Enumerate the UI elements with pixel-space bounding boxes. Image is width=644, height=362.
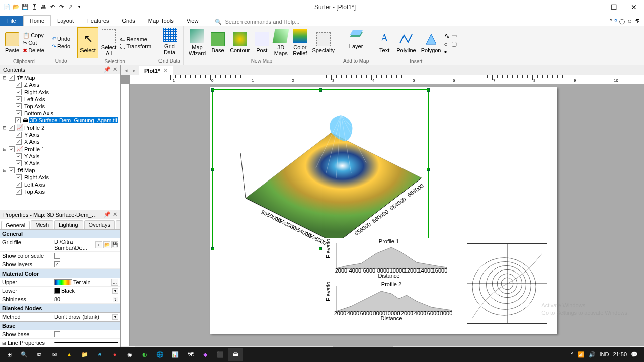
tray-network-icon[interactable]: 📶 <box>578 351 585 358</box>
tab-maptools[interactable]: Map Tools <box>142 15 180 26</box>
grid-data-button[interactable]: Grid Data <box>158 27 180 56</box>
taskbar[interactable]: ⊞ 🔍 ⧉ ✉ ▲ 📁 e ● ◉ ◐ 🌐 📊 🗺 ◆ ⬛ 🏔 ^ 📶 🔊 IN… <box>0 347 644 362</box>
props-tab-general[interactable]: General <box>1 221 30 229</box>
tab-grids[interactable]: Grids <box>116 15 142 26</box>
ribbon-min-icon[interactable]: ^ <box>610 18 612 26</box>
qat-undo-icon[interactable]: ↶ <box>48 3 56 11</box>
tree-label[interactable]: Top Axis <box>23 189 46 195</box>
tree-item[interactable]: ⊟🗺Map <box>0 167 120 174</box>
show-layers-checkbox[interactable] <box>54 261 60 267</box>
terrain-3d-surface[interactable]: 9950000 9952000 9954000 9956000 656000 6… <box>225 108 432 248</box>
tree-item[interactable]: Top Axis <box>0 103 120 110</box>
grid-file-save-icon[interactable]: 💾 <box>111 241 118 248</box>
qat-more-icon[interactable]: ▾ <box>75 3 84 11</box>
restore-icon[interactable]: 🗗 <box>634 18 640 26</box>
tree-item[interactable]: 🏔3D Surface-Dem_Gunung_Agam.tif <box>0 117 120 124</box>
tree-label[interactable]: X Axis <box>23 160 41 166</box>
tree-checkbox[interactable] <box>15 117 21 123</box>
contour-map[interactable] <box>467 243 547 324</box>
tree-label[interactable]: Map <box>23 75 36 81</box>
tray-sound-icon[interactable]: 🔊 <box>589 351 596 358</box>
tree-item[interactable]: ⊟🗺Map <box>0 74 120 81</box>
tab-home[interactable]: Home <box>23 15 51 26</box>
start-button[interactable]: ⊞ <box>2 348 16 361</box>
transform-button[interactable]: ⛶Transform <box>119 43 152 50</box>
tree-label[interactable]: 3D Surface-Dem_Gunung_Agam.tif <box>29 117 118 123</box>
tree-checkbox[interactable] <box>9 75 15 81</box>
maximize-button[interactable]: ☐ <box>604 0 624 14</box>
profile-1[interactable]: Profile 1 Elevation Distance 20004000600… <box>326 238 452 279</box>
upper-more-icon[interactable]: … <box>111 279 118 286</box>
explorer-icon[interactable]: 📁 <box>77 348 92 361</box>
map-wizard-button[interactable]: Map Wizard <box>187 27 208 58</box>
props-tab-lighting[interactable]: Lighting <box>54 220 83 229</box>
tree-checkbox[interactable] <box>16 182 22 188</box>
tree-item[interactable]: Z Axis <box>0 81 120 88</box>
file-tab[interactable]: File <box>0 16 23 26</box>
close-doc-icon[interactable]: ✕ <box>163 67 168 74</box>
tree-checkbox[interactable] <box>9 125 15 131</box>
taskview-icon[interactable]: ⧉ <box>32 348 46 361</box>
paste-button[interactable]: Paste <box>3 27 21 58</box>
grid-file-info-icon[interactable]: i <box>95 241 102 248</box>
tab-layout[interactable]: Layout <box>51 15 80 26</box>
shininess-spinner[interactable]: ⇕ <box>113 297 118 302</box>
tree-item[interactable]: Left Axis <box>0 181 120 188</box>
mail-icon[interactable]: ✉ <box>47 348 61 361</box>
qat-open-icon[interactable]: 📂 <box>12 3 20 11</box>
canvas[interactable]: 9950000 9952000 9954000 9956000 656000 6… <box>130 84 644 346</box>
surfer-taskbar-icon[interactable]: 🏔 <box>228 348 243 361</box>
more-shapes-icon[interactable]: ⋯ <box>451 48 457 54</box>
search-taskbar-icon[interactable]: 🔍 <box>17 348 31 361</box>
point-icon[interactable]: ● <box>444 49 450 54</box>
tree-label[interactable]: X Axis <box>23 139 41 145</box>
tree-label[interactable]: Map <box>23 167 36 173</box>
close-button[interactable]: ✕ <box>624 0 644 14</box>
lower-swatch[interactable] <box>54 288 60 294</box>
help-icon[interactable]: ? <box>614 18 617 26</box>
tree-label[interactable]: Z Axis <box>23 82 40 88</box>
doc-tab-next[interactable]: ▸ <box>131 67 138 74</box>
tree-item[interactable]: Right Axis <box>0 174 120 181</box>
tree-label[interactable]: Right Axis <box>23 89 50 95</box>
grid-file-value[interactable]: D:\Citra Sumbar\De... <box>54 239 94 251</box>
tree-label[interactable]: Profile 2 <box>23 125 45 131</box>
profile-2[interactable]: Profile 2 Elevation Distance 20004000600… <box>326 281 457 321</box>
close-panel-icon[interactable]: ✕ <box>113 66 117 73</box>
qat-arrow-icon[interactable]: ↗ <box>66 3 74 11</box>
doc-tab-prev[interactable]: ◂ <box>123 67 130 74</box>
ellipse-icon[interactable]: ○ <box>444 41 450 48</box>
qat-print-icon[interactable]: 🖶 <box>39 3 47 11</box>
tab-features[interactable]: Features <box>80 15 115 26</box>
method-dropdown[interactable]: ▾ <box>112 314 118 320</box>
tray-up-icon[interactable]: ^ <box>571 351 573 357</box>
app8-icon[interactable]: ⬛ <box>213 348 227 361</box>
tree-checkbox[interactable] <box>16 89 22 95</box>
tree-item[interactable]: Bottom Axis <box>0 110 120 117</box>
tree-label[interactable]: Left Axis <box>23 96 46 102</box>
tray-lang[interactable]: IND <box>600 351 609 357</box>
upper-swatch[interactable] <box>54 279 72 285</box>
doc-tab[interactable]: Plot1* ✕ <box>139 66 173 75</box>
redo-button[interactable]: ↷Redo <box>51 43 71 50</box>
tree-item[interactable]: X Axis <box>0 160 120 167</box>
tree-checkbox[interactable] <box>16 132 22 138</box>
layer-button[interactable]: Layer <box>343 27 369 50</box>
info-icon[interactable]: ⓘ <box>619 18 625 26</box>
tree-label[interactable]: Right Axis <box>23 174 50 180</box>
tree-checkbox[interactable] <box>16 103 22 109</box>
show-base-checkbox[interactable] <box>54 331 60 337</box>
tree-checkbox[interactable] <box>16 110 22 116</box>
shininess-input[interactable] <box>54 296 112 302</box>
show-color-scale-checkbox[interactable] <box>54 253 60 259</box>
base-button[interactable]: Base <box>209 27 227 58</box>
app3-icon[interactable]: ◐ <box>138 348 152 361</box>
maps3d-button[interactable]: 3D Maps <box>272 27 290 58</box>
qat-save-icon[interactable]: 💾 <box>21 3 29 11</box>
polygon-button[interactable]: Polygon <box>419 27 443 58</box>
text-button[interactable]: AText <box>375 27 393 58</box>
color-relief-button[interactable]: Color Relief <box>291 27 309 58</box>
pin-icon[interactable]: 📌 <box>104 66 111 73</box>
tree-checkbox[interactable] <box>16 174 22 180</box>
app4-icon[interactable]: 🌐 <box>153 348 167 361</box>
